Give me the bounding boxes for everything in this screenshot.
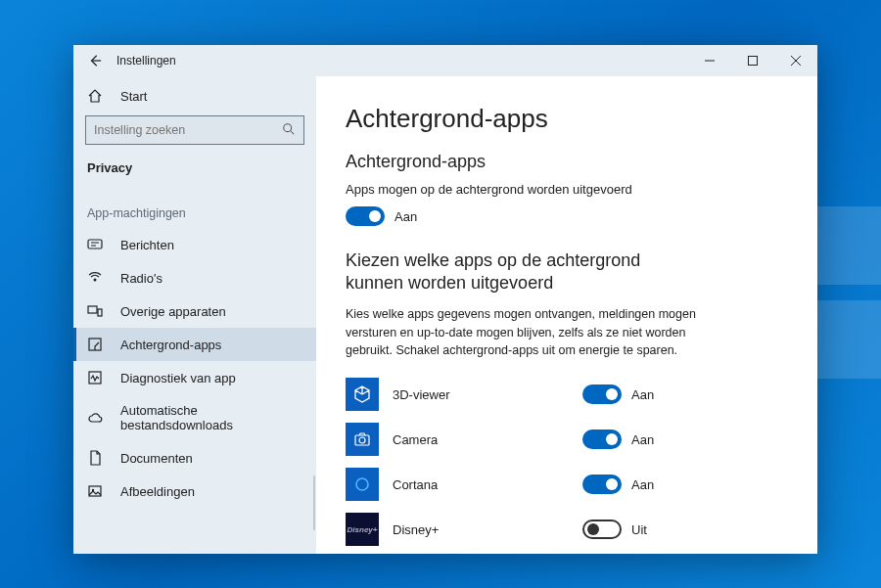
sidebar-item-cloud[interactable]: Automatische bestandsdownloads [73,394,316,441]
devices-icon [87,303,103,319]
sidebar-item-label: Berichten [120,238,174,252]
svg-rect-4 [88,306,97,313]
minimize-button[interactable] [688,45,731,76]
svg-rect-0 [749,57,758,66]
app-list: 3D-viewerAanCameraAanCortanaAanDisney+Di… [346,378,788,546]
app-toggle-state: Aan [631,432,654,447]
app-name: 3D-viewer [393,387,569,402]
home-icon [87,88,103,104]
svg-rect-8 [89,486,101,496]
app-row: 3D-viewerAan [346,378,788,411]
page-title: Achtergrond-apps [346,104,788,134]
sidebar-item-label: Diagnostiek van app [120,371,236,385]
app-toggle-state: Uit [631,522,647,537]
search-box[interactable] [85,115,304,145]
sidebar-item-background[interactable]: Achtergrond-apps [73,328,316,361]
images-icon [87,483,103,499]
sidebar: Start Privacy App-machtigingen Berichten… [73,76,316,554]
back-button[interactable] [73,45,116,76]
sidebar-item-label: Overige apparaten [120,304,226,319]
content-area: Achtergrond-apps Achtergrond-apps Apps m… [316,76,817,554]
svg-point-11 [359,437,365,443]
section1-heading: Achtergrond-apps [346,152,788,172]
app-row: CortanaAan [346,468,788,501]
svg-rect-5 [98,309,102,316]
app-toggle-state: Aan [631,477,654,492]
titlebar: Instellingen [73,45,817,76]
app-toggle[interactable] [582,430,622,449]
minimize-icon [705,56,715,66]
sidebar-item-label: Documenten [120,451,193,466]
sidebar-item-message[interactable]: Berichten [73,228,316,261]
svg-point-3 [94,279,97,282]
sidebar-scrollbar[interactable] [313,475,315,530]
search-input[interactable] [94,123,282,137]
window-title: Instellingen [116,54,176,68]
app-toggle-state: Aan [631,387,654,402]
app-icon-disney: Disney+ [346,513,379,546]
sidebar-item-label: Radio's [120,271,162,286]
document-icon [87,450,103,466]
diagnostics-icon [87,370,103,385]
svg-rect-2 [88,240,102,249]
app-icon-circle [346,468,379,501]
app-icon-cube [346,378,379,411]
app-name: Camera [393,432,569,447]
settings-window: Instellingen Start Privacy App-machtigin… [73,45,817,554]
arrow-left-icon [88,54,102,68]
app-row: CameraAan [346,423,788,456]
sidebar-item-diagnostics[interactable]: Diagnostiek van app [73,361,316,394]
radio-icon [87,270,103,286]
nav-list: BerichtenRadio'sOverige apparatenAchterg… [73,228,316,554]
sidebar-item-document[interactable]: Documenten [73,441,316,475]
sidebar-item-devices[interactable]: Overige apparaten [73,294,316,328]
close-icon [791,56,801,66]
section-label: App-machtigingen [73,185,316,228]
app-toggle[interactable] [582,475,622,494]
search-icon [282,122,296,139]
global-toggle[interactable] [346,206,385,226]
svg-point-12 [356,478,368,490]
sidebar-item-radio[interactable]: Radio's [73,261,316,294]
sidebar-item-label: Afbeeldingen [120,484,195,499]
home-button[interactable]: Start [73,76,316,113]
app-row: Disney+Disney+Uit [346,513,788,546]
app-name: Cortana [393,477,569,492]
background-icon [87,337,103,352]
sidebar-item-label: Automatische bestandsdownloads [120,403,302,432]
svg-point-1 [284,123,292,131]
app-name: Disney+ [393,522,569,537]
app-toggle[interactable] [582,520,622,539]
app-icon-camera [346,423,379,456]
app-toggle[interactable] [582,384,622,404]
window-controls [688,45,817,76]
sidebar-item-label: Achtergrond-apps [120,338,221,352]
helptext: Kies welke apps gegevens mogen ontvangen… [346,305,698,360]
global-toggle-state: Aan [394,209,417,224]
global-toggle-desc: Apps mogen op de achtergrond worden uitg… [346,182,788,197]
sidebar-item-images[interactable]: Afbeeldingen [73,475,316,508]
close-button[interactable] [774,45,817,76]
cloud-icon [87,410,103,426]
home-label: Start [120,89,147,104]
maximize-icon [748,56,758,66]
message-icon [87,237,103,252]
category-heading: Privacy [73,155,316,185]
section2-heading: Kiezen welke apps op de achtergrond kunn… [346,249,698,295]
maximize-button[interactable] [731,45,774,76]
